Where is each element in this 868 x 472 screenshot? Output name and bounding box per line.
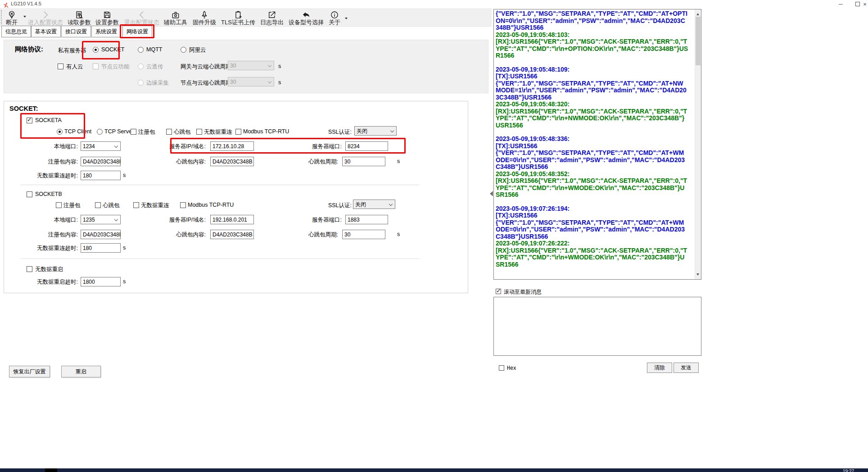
- autoscroll-label[interactable]: 滚动至最新消息: [504, 288, 542, 296]
- socketb-server-addr-label: 服务器IP/域名:: [156, 216, 206, 224]
- tab-info-overview[interactable]: 信息总览: [1, 26, 31, 37]
- node-cloud-checkbox[interactable]: [93, 64, 99, 69]
- toolbar-device-model-select[interactable]: 设备型号选择: [287, 9, 326, 26]
- socketa-reconnect-timeout-input[interactable]: 180: [81, 171, 121, 180]
- socketa-tcp-client-radio[interactable]: [57, 129, 63, 135]
- restart-button[interactable]: 重启: [61, 366, 101, 377]
- scroll-down-icon[interactable]: [696, 273, 699, 277]
- socketb-checkbox[interactable]: [27, 191, 32, 197]
- scroll-up-icon[interactable]: [696, 12, 699, 15]
- socketb-heartbeat-label[interactable]: 心跳包: [103, 202, 120, 209]
- factory-reset-button[interactable]: 恢复出厂设置: [9, 366, 50, 377]
- send-input[interactable]: [493, 297, 701, 356]
- edge-collect-radio[interactable]: [138, 80, 144, 86]
- minimize-glyph: [839, 4, 843, 5]
- protocol-socket-label[interactable]: SOCKET: [101, 46, 124, 53]
- socketb-reg-content-input[interactable]: D4AD203C348B: [81, 230, 121, 239]
- socketb-local-port-select[interactable]: 1235: [81, 215, 121, 224]
- socketb-heartbeat-checkbox[interactable]: [95, 202, 101, 208]
- about-dropdown-caret[interactable]: [345, 18, 348, 21]
- toolbar-about[interactable]: 关于: [326, 9, 343, 26]
- tab-system-settings[interactable]: 系统设置: [91, 26, 121, 37]
- toolbar-firmware-upgrade[interactable]: 固件升级: [191, 9, 218, 26]
- socketb-server-addr-input[interactable]: 192.168.0.201: [210, 215, 254, 224]
- usr-cloud-checkbox[interactable]: [58, 64, 63, 69]
- socketa-modbus-checkbox[interactable]: [235, 129, 241, 135]
- send-button[interactable]: 发送: [674, 363, 699, 373]
- scrollbar-thumb[interactable]: [696, 17, 701, 65]
- socketa-server-port-input[interactable]: 8234: [345, 141, 388, 151]
- panel-splitter-arrow[interactable]: [487, 191, 493, 196]
- toolbar-aux-tools[interactable]: 辅助工具: [162, 9, 189, 26]
- socketa-reg-content-input[interactable]: D4AD203C348B: [81, 157, 121, 166]
- socketa-local-port-select[interactable]: 1234: [81, 141, 121, 151]
- socketb-reconnect-label[interactable]: 无数据重连: [141, 202, 169, 209]
- toolbar-tls-cert-upload[interactable]: TLS证书上传: [220, 9, 257, 26]
- protocol-alicloud-label[interactable]: 阿里云: [189, 46, 206, 54]
- tab-interface-settings[interactable]: 接口设置: [61, 26, 91, 37]
- protocol-socket-radio[interactable]: [93, 47, 99, 53]
- socketa-reg-label[interactable]: 注册包: [138, 128, 155, 136]
- socketa-checkbox[interactable]: [27, 118, 32, 123]
- node-heartbeat-select[interactable]: 30: [228, 77, 274, 86]
- gateway-heartbeat-select[interactable]: 30: [228, 61, 274, 70]
- socketb-server-port-input[interactable]: 1883: [345, 215, 388, 224]
- socketa-modbus-label[interactable]: Modbus TCP-RTU: [243, 128, 289, 135]
- socketa-heartbeat-checkbox[interactable]: [166, 129, 172, 135]
- socketb-ssl-select[interactable]: 关闭: [353, 200, 395, 209]
- socketb-reconnect-timeout-input[interactable]: 180: [81, 243, 121, 253]
- socketa-tcp-server-label[interactable]: TCP Server: [104, 128, 134, 135]
- cloud-passthrough-radio[interactable]: [138, 64, 144, 69]
- disconnect-icon: [2, 9, 22, 19]
- tab-basic-settings[interactable]: 基本设置: [31, 26, 61, 37]
- socketa-hb-period-input[interactable]: 30: [342, 157, 385, 166]
- minimize-button[interactable]: [834, 0, 847, 8]
- socketa-reg-checkbox[interactable]: [131, 129, 136, 135]
- protocol-mqtt-label[interactable]: MQTT: [146, 46, 162, 53]
- socketa-tcp-client-label[interactable]: TCP Client: [64, 128, 91, 135]
- socketb-modbus-checkbox[interactable]: [180, 202, 186, 208]
- toolbar-log-export[interactable]: 日志导出: [258, 9, 285, 26]
- toolbar-read-params[interactable]: 读取参数: [66, 9, 93, 26]
- toolbar-enter-config[interactable]: 进入配置状态: [26, 9, 65, 26]
- socketa-reconnect-label[interactable]: 无数据重连: [204, 128, 232, 136]
- socketb-local-port-label: 本地端口:: [28, 216, 78, 224]
- close-button[interactable]: ×: [862, 0, 868, 8]
- taskbar-app-icon[interactable]: [45, 468, 57, 472]
- socketa-ssl-select[interactable]: 关闭: [354, 126, 397, 136]
- read-params-icon: [66, 9, 93, 19]
- socketa-reconnect-timeout-label: 无数据重连超时:: [24, 172, 78, 180]
- hex-checkbox[interactable]: [499, 365, 504, 371]
- socketb-label[interactable]: SOCKETB: [35, 191, 62, 197]
- log-scrollbar[interactable]: [695, 9, 701, 279]
- tab-network-settings[interactable]: 网络设置: [122, 26, 152, 37]
- clear-button[interactable]: 清除: [647, 363, 672, 373]
- socketa-heartbeat-label[interactable]: 心跳包: [174, 128, 191, 136]
- socketa-label[interactable]: SOCKETA: [35, 117, 62, 123]
- toolbar-set-params[interactable]: 设置参数: [94, 9, 121, 26]
- socketb-reg-checkbox[interactable]: [56, 202, 62, 208]
- socketb-hb-period-label: 心跳包周期:: [287, 231, 338, 239]
- restart-timeout-input[interactable]: 1800: [81, 277, 121, 286]
- no-data-restart-checkbox[interactable]: [27, 266, 32, 272]
- socketa-tcp-server-radio[interactable]: [97, 129, 103, 135]
- protocol-alicloud-radio[interactable]: [181, 47, 186, 53]
- socketb-reconnect-checkbox[interactable]: [133, 202, 139, 208]
- socketb-modbus-label[interactable]: Modbus TCP-RTU: [188, 202, 234, 208]
- usr-cloud-label[interactable]: 有人云: [66, 63, 83, 71]
- hex-label[interactable]: Hex: [507, 365, 516, 371]
- log-panel[interactable]: {"VER":"1.0","MSG":"SETPARA","TYPE":"AT"…: [493, 9, 701, 280]
- socketa-reconnect-checkbox[interactable]: [196, 129, 202, 135]
- socketa-hb-content-input[interactable]: D4AD203C348B: [210, 157, 254, 166]
- socketa-server-addr-input[interactable]: 172.16.10.28: [210, 141, 254, 151]
- socketb-hb-period-input[interactable]: 30: [342, 230, 385, 239]
- protocol-mqtt-radio[interactable]: [138, 47, 144, 53]
- toolbar-disconnect[interactable]: 断开: [2, 9, 22, 26]
- no-data-restart-label[interactable]: 无数据重启: [35, 266, 63, 273]
- window-title: LG210 V1.4.5: [11, 1, 41, 6]
- toolbar-label: 关于: [326, 19, 343, 26]
- autoscroll-checkbox[interactable]: [496, 289, 501, 294]
- socketb-reg-label[interactable]: 注册包: [63, 202, 81, 209]
- toolbar-exit-config[interactable]: 退出配置状态: [122, 9, 161, 26]
- socketb-hb-content-input[interactable]: D4AD203C348B: [210, 230, 254, 239]
